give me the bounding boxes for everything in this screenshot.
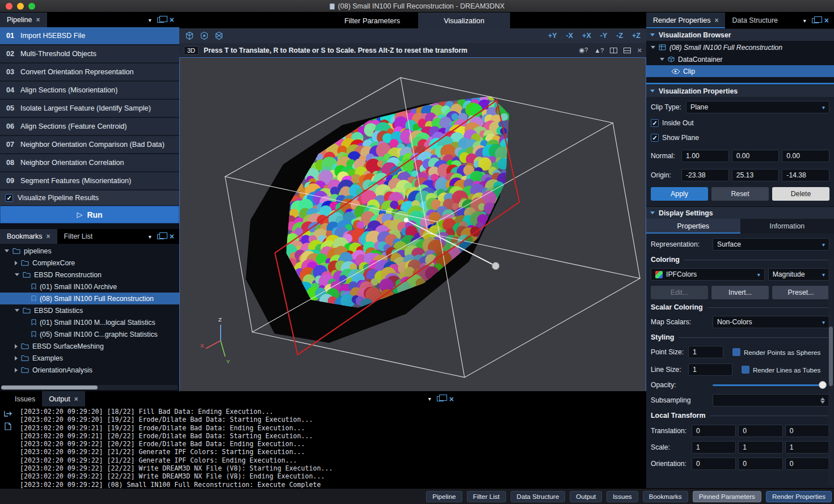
chevron-icon[interactable] [15, 273, 19, 276]
scale-input[interactable]: 1 [692, 441, 736, 454]
axis-button-plusminus-Y[interactable]: +Y [548, 32, 557, 40]
pipeline-item[interactable]: 07Neighbor Orientation Comparison (Bad D… [0, 136, 179, 154]
dock-button-pipeline[interactable]: Pipeline [426, 491, 462, 502]
tree-item[interactable]: (08) Small IN100 Full Reconstruction [0, 293, 179, 304]
chevron-icon[interactable] [15, 344, 18, 349]
translation-input[interactable]: 0 [738, 425, 782, 437]
dock-button-bookmarks[interactable]: Bookmarks [643, 491, 688, 502]
tree-item[interactable]: Examples [0, 352, 179, 364]
dock-button-data-structure[interactable]: Data Structure [511, 491, 566, 502]
run-pipeline-button[interactable]: ▷ Run [0, 206, 179, 223]
inside-out-checkbox[interactable] [651, 119, 659, 127]
axes-cube-icon[interactable] [214, 31, 224, 40]
visualization-browser-header[interactable]: Visualization Browser [646, 28, 834, 41]
close-tab-icon[interactable]: × [74, 395, 78, 403]
collapse-section-icon[interactable] [650, 33, 655, 36]
tab-bookmarks[interactable]: Bookmarks × [0, 229, 57, 244]
export-log-icon[interactable] [4, 410, 12, 417]
collapse-section-icon[interactable] [650, 211, 655, 214]
reset-camera-cube-icon[interactable] [185, 31, 194, 40]
close-panel-icon[interactable]: × [824, 16, 829, 25]
coloring-array-dropdown[interactable]: IPFColors ▾ [651, 268, 765, 281]
scrollbar-handle[interactable] [829, 327, 833, 386]
chevron-down-icon[interactable]: ▾ [428, 396, 431, 402]
horizontal-scrollbar[interactable] [1, 385, 178, 390]
chevron-down-icon[interactable]: ▾ [149, 17, 151, 23]
tree-item[interactable]: EBSD SurfaceMeshing [0, 340, 179, 352]
dock-button-issues[interactable]: Issues [606, 491, 638, 502]
snap-view-cube-icon[interactable] [200, 31, 209, 40]
pipeline-item[interactable]: 02Multi-Threshold Objects [0, 45, 179, 63]
apply-button[interactable]: Apply [651, 187, 708, 201]
tab-filter-parameters[interactable]: Filter Parameters [326, 12, 418, 28]
browser-item-pipeline[interactable]: (08) Small IN100 Full Reconstruction [646, 41, 834, 53]
tree-item[interactable]: pipelines [0, 245, 179, 257]
origin-input[interactable]: -23.38 [681, 169, 729, 181]
pipeline-item[interactable]: 05Isolate Largest Feature (Identify Samp… [0, 100, 179, 118]
origin-input[interactable]: -14.38 [782, 169, 829, 181]
normal-input[interactable]: 1.00 [681, 150, 729, 162]
normal-input[interactable]: 0.00 [782, 150, 829, 162]
pipeline-item[interactable]: 04Align Sections (Misorientation) [0, 82, 179, 100]
slider-handle[interactable] [819, 381, 827, 389]
display-settings-header[interactable]: Display Settings [646, 206, 834, 219]
pipeline-item[interactable]: 06Align Sections (Feature Centroid) [0, 118, 179, 136]
pipeline-item[interactable]: 09Segment Features (Misorientation) [0, 172, 179, 190]
scale-input[interactable]: 1 [785, 441, 829, 454]
component-dropdown[interactable]: Magnitude ▾ [768, 268, 829, 281]
tab-properties[interactable]: Properties [646, 219, 740, 234]
line-size-input[interactable]: 1 [688, 363, 732, 376]
close-view-icon[interactable]: × [637, 46, 642, 54]
tab-pipeline[interactable]: Pipeline × [0, 12, 47, 27]
chevron-icon[interactable] [15, 356, 18, 361]
orientation-help-icon[interactable]: ◉? [579, 46, 588, 54]
tab-data-structure[interactable]: Data Structure [725, 12, 785, 28]
axis-button-plusminus-X[interactable]: +X [582, 32, 591, 40]
render-viewport[interactable]: Z X Y [179, 57, 646, 391]
dock-panels-icon[interactable] [812, 18, 819, 23]
tab-information[interactable]: Information [740, 219, 834, 234]
dock-button-filter-list[interactable]: Filter List [467, 491, 506, 502]
close-tab-icon[interactable]: × [714, 16, 718, 24]
tab-render-properties[interactable]: Render Properties × [646, 12, 725, 28]
vertical-scrollbar[interactable] [828, 257, 833, 487]
scrollbar-handle[interactable] [1, 386, 98, 389]
axis-button-minus-X[interactable]: -X [566, 32, 574, 40]
spin-up-icon[interactable] [820, 397, 825, 400]
render-points-spheres-checkbox[interactable] [732, 348, 740, 356]
point-size-input[interactable]: 1 [688, 346, 723, 358]
clip-type-dropdown[interactable]: Plane ▾ [686, 101, 829, 113]
chevron-icon[interactable] [651, 46, 655, 49]
delete-button[interactable]: Delete [772, 187, 829, 201]
axis-button-minus-Z[interactable]: -Z [616, 32, 623, 40]
chevron-icon[interactable] [15, 261, 18, 265]
browser-item-clip[interactable]: Clip [646, 65, 834, 77]
chevron-icon[interactable] [15, 309, 19, 312]
tree-item[interactable]: EBSD Reconstruction [0, 269, 179, 281]
tab-output[interactable]: Output × [42, 391, 85, 406]
chevron-down-icon[interactable]: ▾ [803, 18, 806, 24]
dock-panels-icon[interactable] [437, 396, 444, 401]
dock-panels-icon[interactable] [157, 234, 164, 239]
dock-button-pinned-parameters[interactable]: Pinned Parameters [693, 491, 761, 502]
camera-help-icon[interactable]: ▲? [594, 47, 604, 54]
axis-button-minus-Y[interactable]: -Y [600, 32, 608, 40]
tree-item[interactable]: EBSD Statistics [0, 304, 179, 316]
visualize-results-checkbox[interactable] [5, 194, 13, 202]
invert-colormap-button[interactable]: Invert... [711, 286, 769, 299]
orientation-input[interactable]: 0 [785, 458, 829, 470]
origin-input[interactable]: 25.13 [732, 169, 780, 181]
tree-item[interactable]: ComplexCore [0, 257, 179, 269]
close-panel-icon[interactable]: × [170, 232, 174, 241]
tree-item[interactable]: (01) Small IN100 M...logical Statistics [0, 316, 179, 328]
chevron-down-icon[interactable]: ▾ [149, 234, 151, 240]
translation-input[interactable]: 0 [785, 425, 829, 437]
axis-button-plusminus-Z[interactable]: +Z [632, 32, 641, 40]
chevron-icon[interactable] [660, 58, 664, 61]
dock-button-output[interactable]: Output [570, 491, 602, 502]
collapse-section-icon[interactable] [650, 90, 655, 92]
chevron-icon[interactable] [15, 368, 18, 372]
dock-button-render-properties[interactable]: Render Properties [766, 491, 832, 502]
dock-panels-icon[interactable] [157, 18, 164, 23]
edit-colormap-button[interactable]: Edit... [651, 286, 708, 299]
